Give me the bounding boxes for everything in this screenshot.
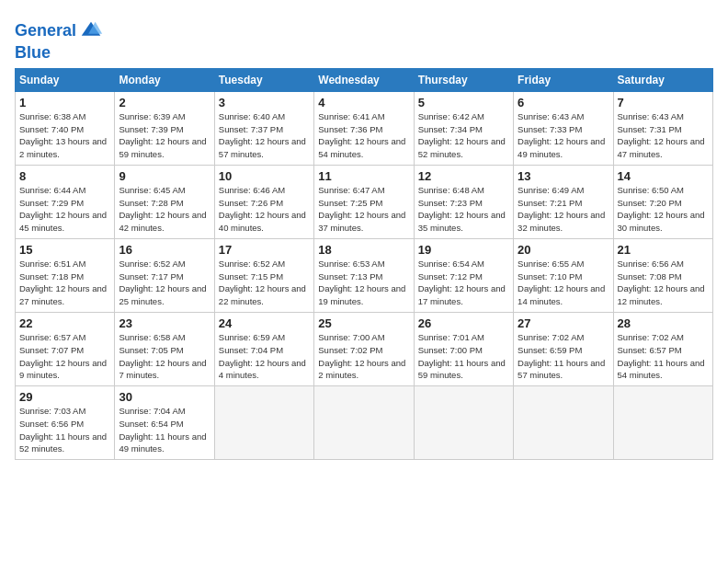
day-info: Sunrise: 6:44 AMSunset: 7:29 PMDaylight:… — [19, 184, 110, 235]
day-info: Sunrise: 6:45 AMSunset: 7:28 PMDaylight:… — [119, 184, 210, 235]
day-number: 10 — [219, 169, 310, 183]
day-number: 9 — [119, 169, 210, 183]
day-number: 1 — [19, 96, 110, 109]
day-number: 29 — [19, 390, 110, 404]
calendar-cell: 14 Sunrise: 6:50 AMSunset: 7:20 PMDaylig… — [613, 165, 712, 238]
day-info: Sunrise: 6:48 AMSunset: 7:23 PMDaylight:… — [418, 184, 509, 235]
calendar-cell: 29 Sunrise: 7:03 AMSunset: 6:56 PMDaylig… — [16, 386, 115, 460]
day-number: 12 — [418, 169, 509, 183]
calendar-cell: 5 Sunrise: 6:42 AMSunset: 7:34 PMDayligh… — [414, 91, 513, 165]
calendar-cell: 20 Sunrise: 6:55 AMSunset: 7:10 PMDaylig… — [514, 238, 613, 312]
day-info: Sunrise: 6:53 AMSunset: 7:13 PMDaylight:… — [318, 258, 409, 308]
day-info: Sunrise: 6:40 AMSunset: 7:37 PMDaylight:… — [219, 110, 310, 161]
day-info: Sunrise: 6:43 AMSunset: 7:33 PMDaylight:… — [518, 110, 609, 161]
calendar-cell: 7 Sunrise: 6:43 AMSunset: 7:31 PMDayligh… — [613, 91, 712, 165]
day-info: Sunrise: 6:54 AMSunset: 7:12 PMDaylight:… — [418, 258, 509, 308]
calendar-cell: 1 Sunrise: 6:38 AMSunset: 7:40 PMDayligh… — [16, 91, 115, 165]
day-info: Sunrise: 6:47 AMSunset: 7:25 PMDaylight:… — [318, 184, 409, 235]
day-number: 4 — [318, 96, 409, 109]
day-info: Sunrise: 6:51 AMSunset: 7:18 PMDaylight:… — [19, 258, 110, 308]
day-info: Sunrise: 6:39 AMSunset: 7:39 PMDaylight:… — [119, 110, 210, 161]
page-container: General Blue SundayMondayTuesdayWednesda… — [0, 0, 728, 467]
day-info: Sunrise: 6:46 AMSunset: 7:26 PMDaylight:… — [219, 184, 310, 235]
day-info: Sunrise: 6:50 AMSunset: 7:20 PMDaylight:… — [618, 184, 709, 235]
day-info: Sunrise: 7:01 AMSunset: 7:00 PMDaylight:… — [418, 331, 509, 382]
calendar-cell: 4 Sunrise: 6:41 AMSunset: 7:36 PMDayligh… — [314, 91, 414, 165]
calendar-table: SundayMondayTuesdayWednesdayThursdayFrid… — [15, 68, 713, 460]
day-number: 19 — [418, 243, 509, 257]
day-info: Sunrise: 6:55 AMSunset: 7:10 PMDaylight:… — [518, 258, 609, 308]
calendar-cell: 13 Sunrise: 6:49 AMSunset: 7:21 PMDaylig… — [514, 165, 613, 238]
calendar-cell: 21 Sunrise: 6:56 AMSunset: 7:08 PMDaylig… — [613, 238, 712, 312]
weekday-header-wednesday: Wednesday — [314, 68, 414, 91]
day-number: 8 — [19, 169, 110, 183]
calendar-cell — [314, 386, 414, 460]
day-number: 7 — [618, 96, 709, 109]
calendar-cell — [613, 386, 712, 460]
day-number: 26 — [418, 316, 509, 330]
day-number: 30 — [119, 390, 210, 404]
weekday-header-sunday: Sunday — [16, 68, 115, 91]
logo: General Blue — [15, 18, 104, 63]
calendar-cell: 11 Sunrise: 6:47 AMSunset: 7:25 PMDaylig… — [314, 165, 414, 238]
day-number: 17 — [219, 243, 310, 257]
calendar-cell: 24 Sunrise: 6:59 AMSunset: 7:04 PMDaylig… — [214, 312, 313, 385]
day-number: 28 — [618, 316, 709, 330]
calendar-cell: 15 Sunrise: 6:51 AMSunset: 7:18 PMDaylig… — [16, 238, 115, 312]
calendar-cell: 28 Sunrise: 7:02 AMSunset: 6:57 PMDaylig… — [613, 312, 712, 385]
day-number: 27 — [518, 316, 609, 330]
day-info: Sunrise: 6:49 AMSunset: 7:21 PMDaylight:… — [518, 184, 609, 235]
calendar-cell: 26 Sunrise: 7:01 AMSunset: 7:00 PMDaylig… — [414, 312, 513, 385]
day-number: 6 — [518, 96, 609, 109]
calendar-cell — [514, 386, 613, 460]
calendar-cell: 17 Sunrise: 6:52 AMSunset: 7:15 PMDaylig… — [214, 238, 313, 312]
day-info: Sunrise: 6:41 AMSunset: 7:36 PMDaylight:… — [318, 110, 409, 161]
calendar-cell: 6 Sunrise: 6:43 AMSunset: 7:33 PMDayligh… — [514, 91, 613, 165]
day-number: 15 — [19, 243, 110, 257]
day-number: 13 — [518, 169, 609, 183]
calendar-cell: 22 Sunrise: 6:57 AMSunset: 7:07 PMDaylig… — [16, 312, 115, 385]
day-number: 20 — [518, 243, 609, 257]
day-info: Sunrise: 7:00 AMSunset: 7:02 PMDaylight:… — [318, 331, 409, 382]
day-info: Sunrise: 6:42 AMSunset: 7:34 PMDaylight:… — [418, 110, 509, 161]
day-number: 2 — [119, 96, 210, 109]
calendar-cell: 16 Sunrise: 6:52 AMSunset: 7:17 PMDaylig… — [115, 238, 214, 312]
weekday-header-thursday: Thursday — [414, 68, 513, 91]
calendar-cell: 3 Sunrise: 6:40 AMSunset: 7:37 PMDayligh… — [214, 91, 313, 165]
calendar-cell: 30 Sunrise: 7:04 AMSunset: 6:54 PMDaylig… — [115, 386, 214, 460]
logo-blue: Blue — [15, 44, 104, 63]
calendar-cell: 2 Sunrise: 6:39 AMSunset: 7:39 PMDayligh… — [115, 91, 214, 165]
calendar-cell: 23 Sunrise: 6:58 AMSunset: 7:05 PMDaylig… — [115, 312, 214, 385]
weekday-header-monday: Monday — [115, 68, 214, 91]
day-info: Sunrise: 7:04 AMSunset: 6:54 PMDaylight:… — [119, 405, 210, 455]
calendar-cell: 9 Sunrise: 6:45 AMSunset: 7:28 PMDayligh… — [115, 165, 214, 238]
day-info: Sunrise: 7:03 AMSunset: 6:56 PMDaylight:… — [19, 405, 110, 455]
day-number: 25 — [318, 316, 409, 330]
logo-icon — [78, 18, 104, 44]
day-number: 18 — [318, 243, 409, 257]
weekday-header-saturday: Saturday — [613, 68, 712, 91]
day-number: 21 — [618, 243, 709, 257]
day-number: 3 — [219, 96, 310, 109]
weekday-header-friday: Friday — [514, 68, 613, 91]
calendar-cell: 18 Sunrise: 6:53 AMSunset: 7:13 PMDaylig… — [314, 238, 414, 312]
day-number: 11 — [318, 169, 409, 183]
day-info: Sunrise: 6:57 AMSunset: 7:07 PMDaylight:… — [19, 331, 110, 382]
weekday-header-tuesday: Tuesday — [214, 68, 313, 91]
day-info: Sunrise: 6:52 AMSunset: 7:17 PMDaylight:… — [119, 258, 210, 308]
day-info: Sunrise: 6:58 AMSunset: 7:05 PMDaylight:… — [119, 331, 210, 382]
day-info: Sunrise: 6:59 AMSunset: 7:04 PMDaylight:… — [219, 331, 310, 382]
calendar-cell: 8 Sunrise: 6:44 AMSunset: 7:29 PMDayligh… — [16, 165, 115, 238]
calendar-cell — [414, 386, 513, 460]
logo-text: General — [15, 22, 76, 40]
day-number: 14 — [618, 169, 709, 183]
calendar-cell: 10 Sunrise: 6:46 AMSunset: 7:26 PMDaylig… — [214, 165, 313, 238]
calendar-cell — [214, 386, 313, 460]
day-number: 16 — [119, 243, 210, 257]
day-info: Sunrise: 7:02 AMSunset: 6:59 PMDaylight:… — [518, 331, 609, 382]
day-info: Sunrise: 6:38 AMSunset: 7:40 PMDaylight:… — [19, 110, 110, 161]
day-number: 23 — [119, 316, 210, 330]
day-info: Sunrise: 6:43 AMSunset: 7:31 PMDaylight:… — [618, 110, 709, 161]
day-info: Sunrise: 6:52 AMSunset: 7:15 PMDaylight:… — [219, 258, 310, 308]
day-number: 22 — [19, 316, 110, 330]
